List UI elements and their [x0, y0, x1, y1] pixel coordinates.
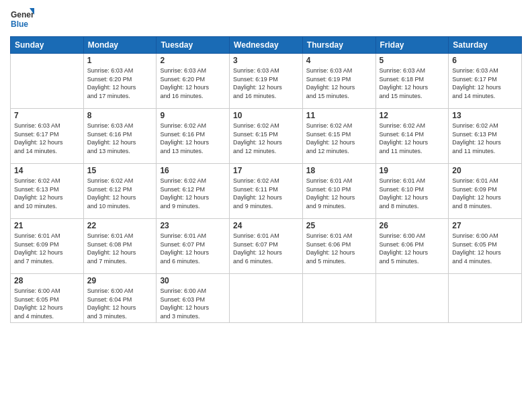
table-cell: 7Sunrise: 6:03 AMSunset: 6:17 PMDaylight…	[11, 109, 84, 164]
day-info: Sunrise: 6:01 AMSunset: 6:07 PMDaylight:…	[233, 232, 299, 265]
day-number: 22	[87, 221, 153, 230]
day-number: 12	[380, 111, 445, 120]
table-cell: 30Sunrise: 6:00 AMSunset: 6:03 PMDayligh…	[157, 274, 230, 323]
day-info: Sunrise: 6:03 AMSunset: 6:17 PMDaylight:…	[452, 66, 518, 100]
day-info: Sunrise: 6:02 AMSunset: 6:15 PMDaylight:…	[306, 122, 372, 155]
day-number: 20	[452, 166, 518, 175]
day-number: 29	[87, 276, 153, 285]
day-number: 16	[160, 166, 226, 175]
day-info: Sunrise: 6:02 AMSunset: 6:12 PMDaylight:…	[160, 177, 226, 210]
day-number: 10	[233, 111, 299, 120]
col-thursday: Thursday	[302, 37, 375, 54]
day-info: Sunrise: 6:03 AMSunset: 6:19 PMDaylight:…	[306, 66, 372, 100]
day-info: Sunrise: 6:02 AMSunset: 6:13 PMDaylight:…	[14, 177, 80, 210]
table-cell: 25Sunrise: 6:01 AMSunset: 6:06 PMDayligh…	[302, 219, 375, 274]
day-info: Sunrise: 6:01 AMSunset: 6:09 PMDaylight:…	[452, 177, 518, 210]
table-cell: 11Sunrise: 6:02 AMSunset: 6:15 PMDayligh…	[302, 109, 375, 164]
day-number: 5	[380, 56, 445, 65]
logo-svg: General Blue	[10, 7, 34, 31]
calendar-header-row: Sunday Monday Tuesday Wednesday Thursday…	[11, 37, 522, 54]
day-number: 11	[306, 111, 372, 120]
day-number: 23	[160, 221, 226, 230]
day-number: 7	[14, 111, 80, 120]
day-number: 14	[14, 166, 80, 175]
svg-text:General: General	[11, 10, 34, 19]
day-number: 21	[14, 221, 80, 230]
table-cell: 1Sunrise: 6:03 AMSunset: 6:20 PMDaylight…	[83, 54, 157, 109]
table-cell: 14Sunrise: 6:02 AMSunset: 6:13 PMDayligh…	[11, 164, 84, 219]
day-info: Sunrise: 6:02 AMSunset: 6:14 PMDaylight:…	[380, 122, 445, 155]
day-number: 2	[160, 56, 226, 65]
day-info: Sunrise: 6:03 AMSunset: 6:16 PMDaylight:…	[87, 122, 153, 155]
day-info: Sunrise: 6:03 AMSunset: 6:20 PMDaylight:…	[160, 66, 226, 100]
col-monday: Monday	[83, 37, 157, 54]
day-number: 28	[14, 276, 80, 285]
page-header: General Blue	[10, 7, 522, 31]
table-cell: 24Sunrise: 6:01 AMSunset: 6:07 PMDayligh…	[230, 219, 303, 274]
day-info: Sunrise: 6:01 AMSunset: 6:09 PMDaylight:…	[14, 232, 80, 265]
day-number: 18	[306, 166, 372, 175]
day-number: 25	[306, 221, 372, 230]
day-info: Sunrise: 6:01 AMSunset: 6:07 PMDaylight:…	[160, 232, 226, 265]
table-cell: 27Sunrise: 6:00 AMSunset: 6:05 PMDayligh…	[449, 219, 522, 274]
day-number: 9	[160, 111, 226, 120]
logo: General Blue	[10, 7, 34, 31]
day-info: Sunrise: 6:03 AMSunset: 6:18 PMDaylight:…	[380, 66, 445, 100]
table-cell	[449, 274, 522, 323]
table-cell: 21Sunrise: 6:01 AMSunset: 6:09 PMDayligh…	[11, 219, 84, 274]
day-info: Sunrise: 6:00 AMSunset: 6:03 PMDaylight:…	[160, 287, 226, 320]
day-number: 30	[160, 276, 226, 285]
day-info: Sunrise: 6:02 AMSunset: 6:11 PMDaylight:…	[233, 177, 299, 210]
col-saturday: Saturday	[449, 37, 522, 54]
day-info: Sunrise: 6:03 AMSunset: 6:19 PMDaylight:…	[233, 66, 299, 100]
col-wednesday: Wednesday	[230, 37, 303, 54]
table-cell: 18Sunrise: 6:01 AMSunset: 6:10 PMDayligh…	[302, 164, 375, 219]
calendar-table: Sunday Monday Tuesday Wednesday Thursday…	[10, 36, 522, 323]
table-cell: 28Sunrise: 6:00 AMSunset: 6:05 PMDayligh…	[11, 274, 84, 323]
col-friday: Friday	[375, 37, 449, 54]
day-info: Sunrise: 6:00 AMSunset: 6:06 PMDaylight:…	[380, 232, 445, 265]
table-cell: 10Sunrise: 6:02 AMSunset: 6:15 PMDayligh…	[230, 109, 303, 164]
table-cell: 9Sunrise: 6:02 AMSunset: 6:16 PMDaylight…	[157, 109, 230, 164]
day-info: Sunrise: 6:00 AMSunset: 6:05 PMDaylight:…	[14, 287, 80, 320]
day-number: 6	[452, 56, 518, 65]
day-info: Sunrise: 6:02 AMSunset: 6:16 PMDaylight:…	[160, 122, 226, 155]
day-info: Sunrise: 6:00 AMSunset: 6:05 PMDaylight:…	[452, 232, 518, 265]
table-cell: 17Sunrise: 6:02 AMSunset: 6:11 PMDayligh…	[230, 164, 303, 219]
table-cell: 26Sunrise: 6:00 AMSunset: 6:06 PMDayligh…	[375, 219, 449, 274]
table-cell	[230, 274, 303, 323]
table-cell: 22Sunrise: 6:01 AMSunset: 6:08 PMDayligh…	[83, 219, 157, 274]
table-cell: 16Sunrise: 6:02 AMSunset: 6:12 PMDayligh…	[157, 164, 230, 219]
day-number: 1	[87, 56, 153, 65]
table-cell: 8Sunrise: 6:03 AMSunset: 6:16 PMDaylight…	[83, 109, 157, 164]
day-info: Sunrise: 6:01 AMSunset: 6:06 PMDaylight:…	[306, 232, 372, 265]
table-cell: 29Sunrise: 6:00 AMSunset: 6:04 PMDayligh…	[83, 274, 157, 323]
day-number: 17	[233, 166, 299, 175]
table-cell: 12Sunrise: 6:02 AMSunset: 6:14 PMDayligh…	[375, 109, 449, 164]
table-cell: 15Sunrise: 6:02 AMSunset: 6:12 PMDayligh…	[83, 164, 157, 219]
day-info: Sunrise: 6:01 AMSunset: 6:10 PMDaylight:…	[380, 177, 445, 210]
day-info: Sunrise: 6:03 AMSunset: 6:17 PMDaylight:…	[14, 122, 80, 155]
table-cell	[11, 54, 84, 109]
table-cell: 3Sunrise: 6:03 AMSunset: 6:19 PMDaylight…	[230, 54, 303, 109]
table-cell	[302, 274, 375, 323]
day-number: 19	[380, 166, 445, 175]
day-info: Sunrise: 6:02 AMSunset: 6:13 PMDaylight:…	[452, 122, 518, 155]
table-cell: 20Sunrise: 6:01 AMSunset: 6:09 PMDayligh…	[449, 164, 522, 219]
day-number: 26	[380, 221, 445, 230]
day-info: Sunrise: 6:02 AMSunset: 6:12 PMDaylight:…	[87, 177, 153, 210]
table-cell: 4Sunrise: 6:03 AMSunset: 6:19 PMDaylight…	[302, 54, 375, 109]
day-number: 15	[87, 166, 153, 175]
svg-text:Blue: Blue	[11, 19, 28, 29]
table-cell: 5Sunrise: 6:03 AMSunset: 6:18 PMDaylight…	[375, 54, 449, 109]
col-tuesday: Tuesday	[157, 37, 230, 54]
day-number: 24	[233, 221, 299, 230]
col-sunday: Sunday	[11, 37, 84, 54]
day-number: 13	[452, 111, 518, 120]
day-info: Sunrise: 6:01 AMSunset: 6:08 PMDaylight:…	[87, 232, 153, 265]
day-number: 8	[87, 111, 153, 120]
table-cell: 6Sunrise: 6:03 AMSunset: 6:17 PMDaylight…	[449, 54, 522, 109]
table-cell: 2Sunrise: 6:03 AMSunset: 6:20 PMDaylight…	[157, 54, 230, 109]
table-cell: 13Sunrise: 6:02 AMSunset: 6:13 PMDayligh…	[449, 109, 522, 164]
day-info: Sunrise: 6:01 AMSunset: 6:10 PMDaylight:…	[306, 177, 372, 210]
